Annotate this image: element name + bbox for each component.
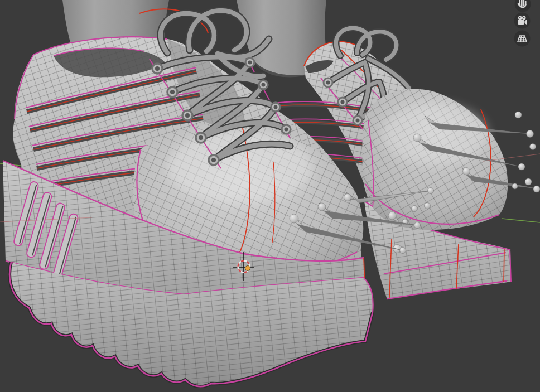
viewport-3d[interactable] <box>0 0 540 392</box>
grid-icon[interactable] <box>514 31 531 47</box>
camera-icon[interactable] <box>514 13 531 29</box>
object-origin-dot <box>245 266 250 271</box>
